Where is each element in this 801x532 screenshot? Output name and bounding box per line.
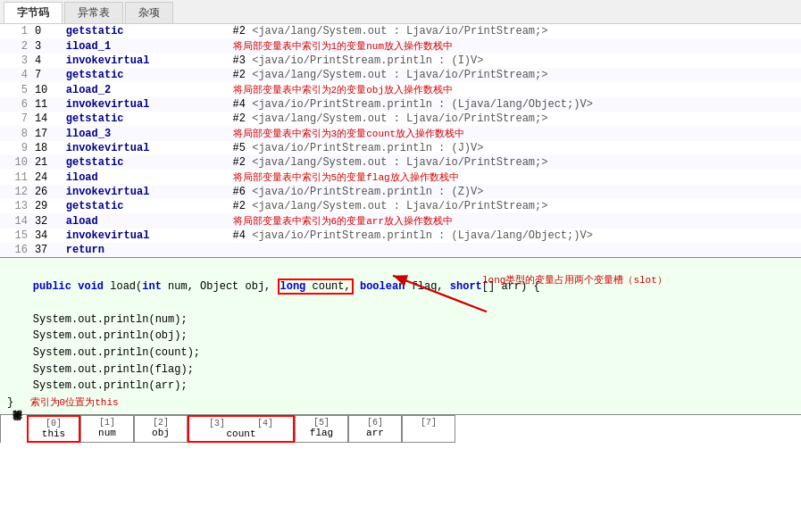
bytecode-ref: #2: [233, 112, 246, 125]
tab-bytecode[interactable]: 字节码: [4, 2, 63, 23]
tab-exceptions[interactable]: 异常表: [64, 2, 123, 23]
code-closing: } 索引为0位置为this: [7, 395, 794, 411]
bytecode-offset: 32: [31, 213, 63, 229]
bytecode-operand: 将局部变量表中索引为6的变量arr放入操作数栈中: [229, 213, 801, 229]
line-number: 15: [0, 229, 31, 243]
bytecode-instruction: getstatic: [63, 155, 229, 170]
bytecode-offset: 11: [31, 97, 63, 112]
bytecode-table: 10getstatic#2 <java/lang/System.out : Lj…: [0, 24, 801, 257]
bytecode-comment: 将局部变量表中索引为5的变量flag放入操作数栈中: [233, 172, 459, 183]
bytecode-offset: 18: [31, 141, 63, 155]
keyword-boolean: boolean: [360, 280, 405, 293]
line-number: 8: [0, 126, 31, 141]
lv-cell: [7]: [402, 415, 455, 443]
bytecode-operand: 将局部变量表中索引为5的变量flag放入操作数栈中: [229, 170, 801, 185]
bytecode-instruction: getstatic: [63, 112, 229, 126]
keyword-void: void: [78, 280, 104, 293]
cell-index-4: [4]: [257, 419, 273, 428]
bytecode-instruction: lload_3: [63, 126, 229, 141]
bytecode-offset: 37: [31, 243, 63, 257]
lv-cell: [2]obj: [134, 415, 188, 443]
bytecode-offset: 10: [31, 82, 63, 97]
bytecode-offset: 24: [31, 170, 63, 185]
bytecode-comment: 将局部变量表中索引为3的变量count放入操作数栈中: [233, 129, 465, 139]
table-row: 34invokevirtual#3 <java/io/PrintStream.p…: [0, 54, 801, 68]
cell-index: [0]: [32, 419, 75, 428]
bytecode-desc: <java/lang/System.out : Ljava/io/PrintSt…: [246, 25, 547, 37]
cell-name: this: [32, 428, 75, 439]
sig-highlight: long count,: [278, 278, 354, 295]
bytecode-operand: #3 <java/io/PrintStream.println : (I)V>: [229, 54, 801, 68]
line-number: 12: [0, 185, 31, 199]
bytecode-instruction: aload_2: [63, 82, 229, 97]
cell-index: [6]: [353, 418, 397, 428]
table-row: 47getstatic#2 <java/lang/System.out : Lj…: [0, 68, 801, 82]
tab-bar: 字节码 异常表 杂项: [0, 0, 801, 24]
bytecode-desc: <java/io/PrintStream.println : (Z)V>: [246, 186, 483, 198]
bytecode-area: 10getstatic#2 <java/lang/System.out : Lj…: [0, 24, 801, 257]
bytecode-ref: #5: [233, 142, 246, 154]
table-row: 611invokevirtual#4 <java/io/PrintStream.…: [0, 97, 801, 112]
table-row: 10getstatic#2 <java/lang/System.out : Lj…: [0, 24, 801, 38]
lv-section: 局部变量表 [0]this[1]num[2]obj[3][4]count[5]f…: [0, 414, 801, 443]
sig-rest: [354, 280, 360, 293]
bytecode-ref: #2: [233, 69, 246, 81]
bytecode-instruction: invokevirtual: [63, 229, 229, 243]
bytecode-operand: #4 <java/io/PrintStream.println : (Ljava…: [229, 229, 801, 243]
bytecode-offset: 29: [31, 199, 63, 213]
cell-name: flag: [299, 428, 344, 438]
code-line-5: System.out.println(arr);: [7, 378, 794, 395]
bytecode-instruction: invokevirtual: [63, 54, 229, 68]
bytecode-operand: #2 <java/lang/System.out : Ljava/io/Prin…: [229, 155, 801, 170]
sig-method: load(: [104, 280, 142, 293]
line-number: 6: [0, 97, 31, 112]
lv-cell: [0]this: [27, 415, 80, 443]
table-row: 1432aload将局部变量表中索引为6的变量arr放入操作数栈中: [0, 213, 801, 229]
code-line-1: System.out.println(num);: [7, 312, 794, 328]
bytecode-ref: #4: [233, 229, 246, 242]
cell-name: arr: [353, 428, 397, 438]
tab-misc[interactable]: 杂项: [125, 2, 173, 23]
slot-annotation: long类型的变量占用两个变量槽（slot）: [482, 274, 697, 287]
bytecode-operand: #4 <java/io/PrintStream.println : (Ljava…: [229, 97, 801, 112]
lv-grid: [0]this[1]num[2]obj[3][4]count[5]flag[6]…: [27, 415, 801, 443]
bytecode-instruction: invokevirtual: [63, 141, 229, 155]
cell-name: count: [193, 428, 289, 439]
bytecode-offset: 4: [31, 54, 63, 68]
bytecode-operand: #2 <java/lang/System.out : Ljava/io/Prin…: [229, 24, 801, 38]
index-note: 索引为0位置为this: [27, 397, 119, 408]
bytecode-desc: <java/lang/System.out : Ljava/io/PrintSt…: [246, 200, 547, 212]
bytecode-instruction: invokevirtual: [63, 185, 229, 199]
bytecode-offset: 26: [31, 185, 63, 199]
table-row: 1021getstatic#2 <java/lang/System.out : …: [0, 155, 801, 170]
bytecode-desc: <java/io/PrintStream.println : (J)V>: [246, 142, 483, 154]
bytecode-operand: #5 <java/io/PrintStream.println : (J)V>: [229, 141, 801, 155]
table-row: 1534invokevirtual#4 <java/io/PrintStream…: [0, 229, 801, 243]
cell-index: [5]: [299, 418, 344, 428]
cell-index-3: [3]: [209, 419, 225, 428]
table-row: 918invokevirtual#5 <java/io/PrintStream.…: [0, 141, 801, 155]
bytecode-offset: 14: [31, 112, 63, 126]
bytecode-ref: #3: [233, 54, 246, 67]
line-number: 16: [0, 243, 31, 257]
line-number: 2: [0, 38, 31, 54]
bytecode-ref: #6: [233, 186, 246, 198]
line-number: 5: [0, 82, 31, 97]
bytecode-ref: #4: [233, 98, 246, 111]
keyword-public: public: [33, 280, 71, 293]
bytecode-instruction: getstatic: [63, 24, 229, 38]
bytecode-offset: 17: [31, 126, 63, 141]
table-row: 1329getstatic#2 <java/lang/System.out : …: [0, 199, 801, 213]
line-number: 11: [0, 170, 31, 185]
keyword-int: int: [142, 280, 162, 293]
bytecode-instruction: iload: [63, 170, 229, 185]
bytecode-instruction: getstatic: [63, 199, 229, 213]
bytecode-desc: <java/io/PrintStream.println : (Ljava/la…: [246, 98, 593, 111]
bytecode-desc: <java/lang/System.out : Ljava/io/PrintSt…: [246, 69, 547, 81]
sig-flag: flag,: [405, 280, 449, 293]
cell-index: [7]: [406, 418, 451, 428]
line-number: 1: [0, 24, 31, 38]
cell-index: [2]: [138, 418, 183, 428]
code-line-3: System.out.println(count);: [7, 345, 794, 362]
line-number: 10: [0, 155, 31, 170]
